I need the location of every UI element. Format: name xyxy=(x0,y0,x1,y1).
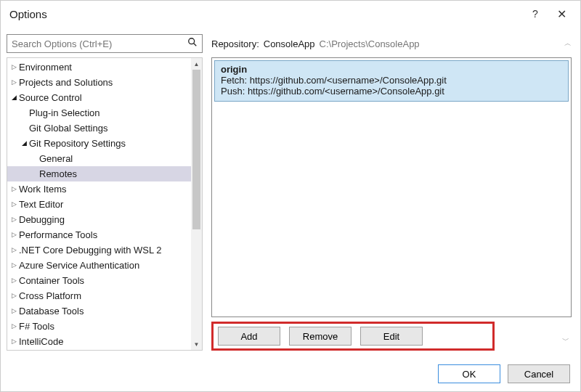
chevron-up-icon[interactable]: ︿ xyxy=(564,38,572,49)
chevron-right-icon: ▷ xyxy=(10,319,17,334)
right-pane: Repository: ConsoleApp C:\Projects\Conso… xyxy=(211,34,572,351)
search-box[interactable] xyxy=(7,34,203,53)
chevron-right-icon: ▷ xyxy=(10,181,17,197)
tree-item-git-repository-settings[interactable]: ◢Git Repository Settings xyxy=(7,136,191,151)
tree-item-net-core-wsl2[interactable]: ▷.NET Core Debugging with WSL 2 xyxy=(7,242,191,258)
chevron-down-icon[interactable]: ﹀ xyxy=(562,335,569,346)
chevron-right-icon: ▷ xyxy=(10,197,17,212)
repository-path: C:\Projects\ConsoleApp xyxy=(320,38,420,49)
repository-label: Repository: xyxy=(211,38,259,49)
remote-button-row: Add Remove Edit ﹀ xyxy=(211,322,495,351)
chevron-right-icon: ▷ xyxy=(10,258,17,273)
tree-item-container-tools[interactable]: ▷Container Tools xyxy=(7,273,191,288)
tree-item-text-editor[interactable]: ▷Text Editor xyxy=(7,197,191,212)
chevron-right-icon: ▷ xyxy=(10,273,17,288)
tree-item-environment[interactable]: ▷Environment xyxy=(7,60,191,75)
tree-item-intellicode[interactable]: ▷IntelliCode xyxy=(7,334,191,349)
options-dialog: Options ? ✕ ▷Environment ▷Projects and S… xyxy=(0,0,581,392)
chevron-right-icon: ▷ xyxy=(10,242,17,258)
left-pane: ▷Environment ▷Projects and Solutions ◢So… xyxy=(7,34,203,351)
help-button[interactable]: ? xyxy=(522,8,548,20)
tree-item-projects-and-solutions[interactable]: ▷Projects and Solutions xyxy=(7,75,191,90)
chevron-right-icon: ▷ xyxy=(10,227,17,242)
tree-scrollbar[interactable]: ▲ ▼ xyxy=(191,58,202,350)
remote-name: origin xyxy=(221,64,562,75)
chevron-right-icon: ▷ xyxy=(10,334,17,349)
chevron-right-icon: ▷ xyxy=(10,75,17,90)
window-title: Options xyxy=(9,8,522,20)
chevron-right-icon: ▷ xyxy=(10,60,17,75)
options-tree: ▷Environment ▷Projects and Solutions ◢So… xyxy=(7,57,203,351)
search-input[interactable] xyxy=(7,36,202,52)
tree-item-cross-platform[interactable]: ▷Cross Platform xyxy=(7,288,191,303)
tree-item-git-global-settings[interactable]: Git Global Settings xyxy=(7,121,191,136)
remove-button[interactable]: Remove xyxy=(289,327,352,346)
tree-item-database-tools[interactable]: ▷Database Tools xyxy=(7,303,191,319)
tree-item-performance-tools[interactable]: ▷Performance Tools xyxy=(7,227,191,242)
repository-name: ConsoleApp xyxy=(264,38,315,49)
tree-item-work-items[interactable]: ▷Work Items xyxy=(7,181,191,197)
close-button[interactable]: ✕ xyxy=(548,7,574,21)
remote-push-url: https://github.com/<username>/ConsoleApp… xyxy=(248,86,444,97)
remote-item-origin[interactable]: origin Fetch: https://github.com/<userna… xyxy=(214,60,569,102)
scroll-thumb[interactable] xyxy=(192,70,200,229)
scroll-track[interactable] xyxy=(191,70,202,338)
chevron-right-icon: ▷ xyxy=(10,288,17,303)
chevron-down-icon: ◢ xyxy=(10,90,17,105)
ok-button[interactable]: OK xyxy=(438,364,500,383)
tree-item-plugin-selection[interactable]: Plug-in Selection xyxy=(7,105,191,121)
titlebar: Options ? ✕ xyxy=(1,1,580,27)
remote-fetch-url: https://github.com/<username>/ConsoleApp… xyxy=(250,75,447,86)
chevron-right-icon: ▷ xyxy=(10,303,17,319)
dialog-footer: OK Cancel xyxy=(1,356,580,391)
chevron-down-icon: ◢ xyxy=(20,136,28,151)
scroll-down-icon[interactable]: ▼ xyxy=(191,338,202,350)
cancel-button[interactable]: Cancel xyxy=(508,364,570,383)
remote-push-line: Push: https://github.com/<username>/Cons… xyxy=(221,86,562,97)
tree-item-remotes[interactable]: Remotes xyxy=(7,166,191,181)
scroll-up-icon[interactable]: ▲ xyxy=(191,58,202,70)
remote-fetch-line: Fetch: https://github.com/<username>/Con… xyxy=(221,75,562,86)
add-button[interactable]: Add xyxy=(218,327,280,346)
chevron-right-icon: ▷ xyxy=(10,212,17,227)
remotes-list[interactable]: origin Fetch: https://github.com/<userna… xyxy=(211,57,572,317)
tree-item-azure-auth[interactable]: ▷Azure Service Authentication xyxy=(7,258,191,273)
edit-button[interactable]: Edit xyxy=(360,327,423,346)
tree-item-fsharp-tools[interactable]: ▷F# Tools xyxy=(7,319,191,334)
tree-item-debugging[interactable]: ▷Debugging xyxy=(7,212,191,227)
tree-item-source-control[interactable]: ◢Source Control xyxy=(7,90,191,105)
tree-item-general[interactable]: General xyxy=(7,151,191,166)
repository-header: Repository: ConsoleApp C:\Projects\Conso… xyxy=(211,34,572,53)
